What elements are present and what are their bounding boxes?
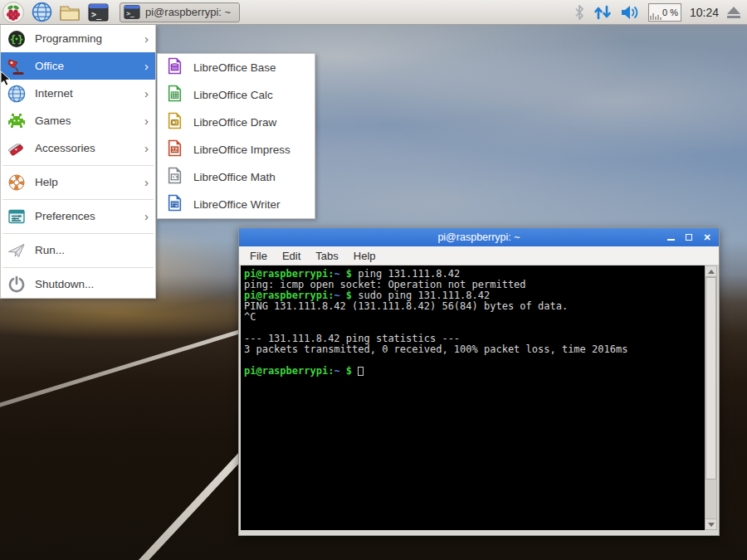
volume-icon[interactable] — [620, 4, 640, 21]
cpu-usage-label: 0 % — [662, 7, 678, 17]
scroll-down-button[interactable] — [706, 519, 716, 529]
submenu-item-label: LibreOffice Base — [193, 61, 276, 74]
submenu-item-label: LibreOffice Draw — [193, 116, 276, 129]
close-icon: ✕ — [703, 233, 710, 242]
menu-item-accessories[interactable]: Accessories › — [1, 134, 155, 162]
shutdown-power-icon — [7, 275, 27, 295]
minimize-button[interactable] — [666, 232, 676, 242]
menu-item-label: Shutdown... — [35, 278, 149, 290]
accessories-knife-icon — [7, 139, 27, 158]
menu-item-label: Office — [35, 60, 144, 72]
taskbar-window-button[interactable]: >_ pi@raspberrypi: ~ — [120, 2, 240, 22]
folder-icon — [59, 2, 81, 22]
programming-icon: { } — [7, 29, 27, 49]
window-title: pi@raspberrypi: ~ — [299, 231, 659, 243]
libreoffice-calc-icon — [166, 85, 183, 105]
web-browser-launcher[interactable] — [30, 1, 53, 24]
maximize-button[interactable] — [684, 232, 694, 242]
libreoffice-math-icon: √x — [166, 167, 183, 187]
submenu-item-libreoffice-math[interactable]: √x LibreOffice Math — [158, 163, 315, 191]
raspberry-icon — [2, 2, 24, 23]
preferences-icon — [7, 207, 27, 226]
terminal-cursor — [358, 367, 364, 376]
submenu-arrow-icon: › — [144, 60, 149, 72]
menu-item-label: Preferences — [35, 210, 144, 222]
menu-item-run[interactable]: Run... — [1, 236, 155, 264]
terminal-icon: >_ — [88, 2, 109, 22]
system-tray: 0 % 10:24 — [574, 3, 747, 22]
menu-item-internet[interactable]: Internet › — [1, 80, 155, 107]
submenu-item-libreoffice-writer[interactable]: LibreOffice Writer — [158, 191, 315, 218]
submenu-arrow-icon: › — [144, 32, 149, 45]
submenu-item-libreoffice-base[interactable]: LibreOffice Base — [158, 54, 315, 81]
svg-text:>_: >_ — [91, 10, 102, 20]
libreoffice-impress-icon — [166, 139, 183, 160]
submenu-item-libreoffice-impress[interactable]: LibreOffice Impress — [158, 136, 315, 163]
application-menu: { } Programming › Office › Internet › — [0, 25, 156, 299]
terminal-launcher[interactable]: >_ — [86, 1, 110, 24]
menu-item-programming[interactable]: { } Programming › — [1, 25, 155, 52]
menu-raspberry-icon[interactable] — [2, 1, 25, 24]
scroll-up-icon — [708, 270, 715, 274]
menu-item-shutdown[interactable]: Shutdown... — [1, 270, 155, 298]
submenu-arrow-icon: › — [144, 176, 149, 188]
cpu-graph — [650, 13, 662, 20]
menubar-tabs[interactable]: Tabs — [308, 250, 345, 262]
minimize-icon — [667, 239, 675, 241]
svg-text:{: { — [10, 33, 16, 45]
menu-item-label: Help — [35, 176, 144, 188]
taskbar: >_ >_ pi@raspberrypi: ~ 0 % 10:24 — [0, 0, 747, 25]
menubar-help[interactable]: Help — [346, 250, 383, 262]
scroll-down-icon — [708, 523, 715, 527]
menu-item-help[interactable]: Help › — [1, 168, 155, 196]
scrollbar-track[interactable] — [706, 277, 716, 519]
submenu-arrow-icon: › — [144, 210, 149, 222]
maximize-icon — [686, 234, 692, 241]
libreoffice-writer-icon — [166, 194, 183, 215]
help-lifebuoy-icon — [7, 173, 27, 192]
menu-separator — [1, 162, 155, 168]
svg-text:}: } — [17, 33, 23, 45]
menu-item-label: Internet — [35, 87, 144, 100]
clock[interactable]: 10:24 — [690, 6, 719, 19]
menubar-file[interactable]: File — [242, 250, 275, 262]
terminal-line: ^C — [244, 312, 703, 323]
games-invader-icon — [7, 111, 27, 131]
terminal-line: PING 131.111.8.42 (131.111.8.42) 56(84) … — [244, 301, 703, 312]
menubar-edit[interactable]: Edit — [275, 250, 308, 262]
menu-separator — [1, 230, 155, 236]
terminal-menubar: File Edit Tabs Help — [239, 246, 719, 265]
cpu-usage-monitor[interactable]: 0 % — [648, 3, 681, 22]
scrollbar-thumb[interactable] — [706, 277, 716, 480]
file-manager-launcher[interactable] — [58, 1, 81, 24]
submenu-item-libreoffice-draw[interactable]: LibreOffice Draw — [158, 109, 315, 136]
submenu-item-label: LibreOffice Impress — [193, 144, 290, 156]
submenu-item-libreoffice-calc[interactable]: LibreOffice Calc — [158, 81, 315, 109]
submenu-item-label: LibreOffice Math — [193, 171, 276, 183]
eject-icon[interactable] — [727, 7, 740, 18]
terminal-window: pi@raspberrypi: ~ ✕ File Edit Tabs Help … — [238, 227, 720, 536]
road-marking — [137, 450, 247, 560]
taskbar-window-label: pi@raspberrypi: ~ — [145, 6, 231, 18]
libreoffice-base-icon — [166, 57, 183, 78]
submenu-item-label: LibreOffice Calc — [193, 89, 273, 101]
menu-item-label: Programming — [35, 32, 144, 45]
run-paper-plane-icon — [7, 241, 27, 261]
terminal-output[interactable]: pi@raspberrypi:~ $ ping 131.111.8.42 pin… — [241, 265, 705, 530]
terminal-line: 3 packets transmitted, 0 received, 100% … — [244, 344, 703, 355]
close-button[interactable]: ✕ — [702, 232, 712, 242]
scroll-up-button[interactable] — [706, 266, 716, 277]
terminal-prompt-line: pi@raspberrypi:~ $ — [244, 366, 703, 377]
menu-item-office[interactable]: Office › — [1, 52, 155, 80]
network-updown-icon[interactable] — [593, 4, 612, 21]
menu-item-label: Accessories — [35, 142, 144, 154]
terminal-scrollbar[interactable] — [705, 265, 717, 530]
menu-item-preferences[interactable]: Preferences › — [1, 202, 155, 230]
menu-item-label: Games — [35, 114, 144, 127]
svg-text:√x: √x — [172, 173, 178, 179]
bluetooth-icon[interactable] — [574, 4, 585, 21]
mouse-cursor — [0, 71, 13, 87]
terminal-titlebar[interactable]: pi@raspberrypi: ~ ✕ — [239, 228, 719, 246]
menu-item-games[interactable]: Games › — [1, 107, 155, 134]
submenu-arrow-icon: › — [144, 114, 149, 127]
